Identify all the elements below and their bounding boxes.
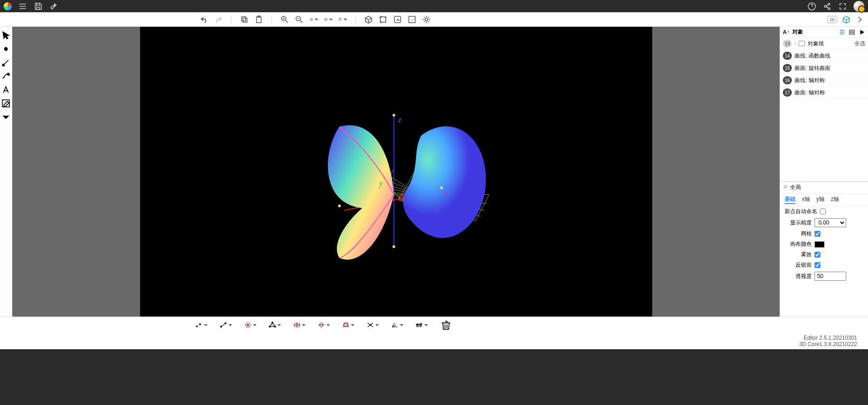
- version-editor: Editor 2.5.1.20210301: [11, 335, 857, 341]
- object-row[interactable]: 14 曲线: 函数曲线: [780, 50, 868, 62]
- antialias-checkbox[interactable]: [815, 262, 820, 268]
- flag-dropdown-icon[interactable]: [338, 15, 347, 24]
- svg-point-33: [785, 186, 786, 188]
- gear-icon[interactable]: [422, 15, 431, 24]
- objects-list: 13 › 对象组 全选 14 曲线: 函数曲线 15 曲面: 旋转曲面 16 曲…: [780, 38, 868, 181]
- precision-select[interactable]: 0.00: [815, 218, 846, 227]
- points-tool-icon[interactable]: [195, 320, 208, 331]
- svg-point-40: [247, 324, 249, 326]
- svg-point-1: [824, 5, 826, 7]
- mode-3d-icon[interactable]: [842, 15, 851, 24]
- tab-y-axis[interactable]: y轴: [816, 195, 824, 204]
- fog-label: 雾效: [785, 251, 812, 259]
- share-icon[interactable]: [823, 2, 832, 11]
- save-icon[interactable]: [34, 2, 43, 11]
- point-tool-icon[interactable]: [1, 44, 11, 54]
- tab-x-axis[interactable]: x轴: [802, 195, 810, 204]
- svg-point-23: [393, 245, 395, 248]
- fullscreen-icon[interactable]: [838, 2, 847, 11]
- fog-checkbox[interactable]: [815, 252, 820, 258]
- app-header: [0, 0, 868, 12]
- svg-text:a=2: a=2: [416, 322, 422, 327]
- object-row[interactable]: 15 曲面: 旋转曲面: [780, 62, 868, 74]
- wrench-icon[interactable]: [49, 2, 58, 11]
- zoom-in-icon[interactable]: [280, 15, 289, 24]
- svg-point-42: [275, 326, 276, 327]
- select-tool-icon[interactable]: [1, 30, 11, 40]
- global-panel-title: 全局: [790, 184, 801, 191]
- svg-rect-30: [853, 30, 854, 32]
- redo-icon[interactable]: [214, 15, 223, 24]
- left-tool-strip: [0, 27, 12, 317]
- view-list-icon[interactable]: [839, 29, 845, 35]
- object-label: 对象组: [808, 40, 824, 48]
- polygon-tool-icon[interactable]: [268, 320, 281, 331]
- object-label: 曲面: 轴对称: [795, 89, 825, 97]
- line-tool-icon[interactable]: [1, 58, 11, 68]
- svg-point-10: [325, 19, 326, 20]
- svg-point-17: [7, 73, 9, 75]
- delete-icon[interactable]: [440, 320, 452, 331]
- cube-icon[interactable]: [364, 15, 373, 24]
- object-label: 曲线: 轴对称: [795, 77, 825, 84]
- polygon3d-tool-icon[interactable]: [317, 320, 330, 331]
- edit-box-icon[interactable]: [407, 15, 417, 24]
- tab-basic[interactable]: 基础: [785, 195, 795, 204]
- svg-rect-5: [243, 18, 247, 22]
- canvas-color-swatch[interactable]: [815, 241, 824, 248]
- chevron-right-icon: ›: [795, 41, 796, 46]
- conic-tool-icon[interactable]: [293, 320, 305, 331]
- zoom-out-icon[interactable]: [295, 15, 304, 24]
- viewport-container: z x y O: [12, 27, 780, 317]
- list-dropdown-icon[interactable]: [309, 15, 318, 24]
- intersect-tool-icon[interactable]: [366, 320, 379, 331]
- object-row-group[interactable]: 13 › 对象组 全选: [780, 38, 868, 50]
- svg-point-36: [199, 324, 201, 325]
- app-logo: [4, 2, 12, 10]
- mode-2d-button[interactable]: 2D: [827, 16, 837, 23]
- crop-icon[interactable]: [378, 15, 388, 24]
- object-row[interactable]: 16 曲线: 轴对称: [780, 74, 868, 87]
- more-tools-icon[interactable]: [1, 112, 11, 122]
- object-row[interactable]: 17 曲面: 轴对称: [780, 87, 868, 99]
- grid-checkbox[interactable]: [815, 231, 820, 237]
- svg-point-35: [196, 326, 198, 327]
- auto-name-checkbox[interactable]: [820, 209, 826, 215]
- object-label: 曲面: 旋转曲面: [795, 64, 830, 72]
- viewport-3d[interactable]: z x y O: [140, 27, 652, 317]
- tab-z-axis[interactable]: z轴: [831, 195, 839, 204]
- visibility-dropdown-icon[interactable]: [324, 15, 333, 24]
- axis-y-label: y: [379, 179, 383, 188]
- menu-icon[interactable]: [18, 2, 27, 11]
- global-tabs: 基础 x轴 y轴 z轴: [780, 194, 868, 206]
- play-icon[interactable]: [859, 29, 865, 35]
- objects-panel-title: 对象: [792, 28, 803, 36]
- edit-tool-icon[interactable]: [1, 98, 11, 108]
- curve-tool-icon[interactable]: [1, 71, 11, 81]
- toolbar-main: 2D: [0, 12, 868, 27]
- grid-label: 网格: [785, 230, 812, 238]
- chevron-right-icon[interactable]: [855, 15, 864, 24]
- text-tool-icon[interactable]: [1, 85, 11, 95]
- select-area-icon[interactable]: [393, 15, 402, 24]
- footer: Editor 2.5.1.20210301 3D Core1.3.8.20210…: [0, 333, 868, 349]
- axes-tool-icon[interactable]: [391, 320, 403, 331]
- antialias-label: 反锯齿: [785, 261, 812, 269]
- svg-rect-32: [853, 33, 854, 34]
- circle-tool-icon[interactable]: [244, 320, 257, 331]
- help-icon[interactable]: [807, 2, 816, 11]
- surface-tool-icon[interactable]: [342, 320, 354, 331]
- copy-icon[interactable]: [240, 15, 249, 24]
- gear-icon: [783, 184, 788, 191]
- avatar[interactable]: [853, 1, 864, 12]
- svg-point-14: [425, 18, 428, 21]
- undo-icon[interactable]: [199, 15, 209, 24]
- segment-tool-icon[interactable]: [219, 320, 232, 331]
- perspective-input[interactable]: [815, 272, 846, 281]
- measure-tool-icon[interactable]: a=2: [415, 320, 428, 331]
- paste-icon[interactable]: [254, 15, 263, 24]
- bottom-toolbar: a=2: [0, 317, 868, 333]
- objects-panel-header: A↑ 对象: [780, 27, 868, 38]
- select-all-link[interactable]: 全选: [854, 40, 865, 48]
- view-grid-icon[interactable]: [849, 29, 855, 35]
